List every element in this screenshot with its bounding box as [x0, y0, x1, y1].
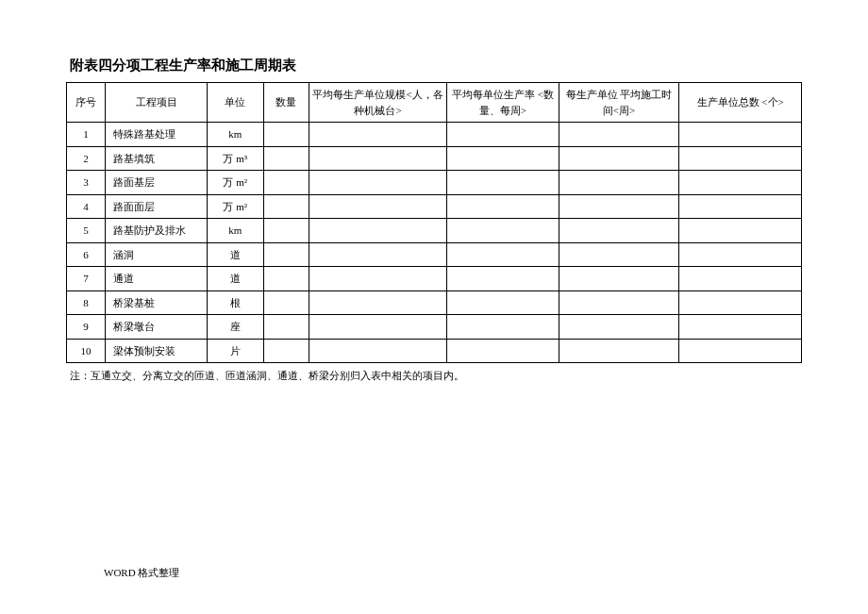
cell-project: 桥梁基桩	[106, 290, 208, 315]
cell-seq: 4	[67, 194, 106, 219]
cell-rate	[446, 290, 559, 315]
table-row: 6涵洞道	[67, 242, 802, 267]
table-row: 2路基填筑万 m³	[67, 146, 802, 171]
cell-qty	[263, 219, 309, 243]
cell-rate	[446, 194, 559, 219]
cell-unit: 万 m²	[208, 171, 263, 195]
cell-qty	[263, 171, 309, 195]
cell-qty	[263, 339, 309, 363]
cell-total	[679, 315, 802, 340]
production-cycle-table: 序号 工程项目 单位 数量 平均每生产单位规模<人，各种机械台> 平均每单位生产…	[66, 82, 802, 363]
cell-rate	[446, 123, 559, 147]
cell-rate	[446, 171, 559, 195]
cell-time	[559, 315, 678, 340]
cell-qty	[263, 315, 309, 340]
table-row: 7通道道	[67, 267, 802, 291]
cell-seq: 1	[67, 123, 106, 147]
page-footer: WORD 格式整理	[104, 566, 179, 580]
cell-unit: 座	[208, 315, 263, 340]
cell-project: 路面基层	[106, 171, 208, 195]
cell-total	[679, 339, 802, 363]
cell-qty	[263, 242, 309, 267]
cell-time	[559, 146, 678, 171]
cell-project: 桥梁墩台	[106, 315, 208, 340]
cell-seq: 10	[67, 339, 106, 363]
cell-project: 特殊路基处理	[106, 123, 208, 147]
table-row: 8桥梁基桩根	[67, 290, 802, 315]
cell-seq: 9	[67, 315, 106, 340]
table-row: 9桥梁墩台座	[67, 315, 802, 340]
cell-time	[559, 242, 678, 267]
cell-scale	[309, 146, 447, 171]
header-qty: 数量	[263, 83, 309, 123]
cell-project: 涵洞	[106, 242, 208, 267]
cell-project: 路基防护及排水	[106, 219, 208, 243]
table-body: 1特殊路基处理km2路基填筑万 m³3路面基层万 m²4路面面层万 m²5路基防…	[67, 123, 802, 363]
cell-time	[559, 194, 678, 219]
cell-qty	[263, 123, 309, 147]
cell-seq: 5	[67, 219, 106, 243]
cell-total	[679, 123, 802, 147]
header-time: 每生产单位 平均施工时间<周>	[559, 83, 678, 123]
cell-project: 通道	[106, 267, 208, 291]
cell-scale	[309, 219, 447, 243]
cell-scale	[309, 267, 447, 291]
cell-unit: 万 m²	[208, 194, 263, 219]
cell-time	[559, 171, 678, 195]
cell-time	[559, 123, 678, 147]
table-header-row: 序号 工程项目 单位 数量 平均每生产单位规模<人，各种机械台> 平均每单位生产…	[67, 83, 802, 123]
cell-seq: 2	[67, 146, 106, 171]
cell-rate	[446, 219, 559, 243]
cell-scale	[309, 123, 447, 147]
header-total: 生产单位总数 <个>	[679, 83, 802, 123]
cell-total	[679, 194, 802, 219]
cell-scale	[309, 315, 447, 340]
table-row: 1特殊路基处理km	[67, 123, 802, 147]
header-project: 工程项目	[106, 83, 208, 123]
cell-unit: 道	[208, 242, 263, 267]
cell-scale	[309, 339, 447, 363]
cell-seq: 6	[67, 242, 106, 267]
cell-rate	[446, 315, 559, 340]
cell-time	[559, 267, 678, 291]
cell-scale	[309, 194, 447, 219]
cell-total	[679, 171, 802, 195]
cell-unit: 万 m³	[208, 146, 263, 171]
table-row: 10梁体预制安装片	[67, 339, 802, 363]
cell-time	[559, 339, 678, 363]
cell-scale	[309, 171, 447, 195]
cell-seq: 8	[67, 290, 106, 315]
cell-qty	[263, 267, 309, 291]
cell-total	[679, 267, 802, 291]
table-note: 注：互通立交、分离立交的匝道、匝道涵洞、通道、桥梁分别归入表中相关的项目内。	[70, 369, 802, 383]
cell-total	[679, 146, 802, 171]
cell-project: 路基填筑	[106, 146, 208, 171]
cell-total	[679, 290, 802, 315]
cell-unit: 根	[208, 290, 263, 315]
cell-total	[679, 219, 802, 243]
document-title: 附表四分项工程生产率和施工周期表	[70, 57, 802, 75]
header-scale: 平均每生产单位规模<人，各种机械台>	[309, 83, 447, 123]
cell-rate	[446, 146, 559, 171]
cell-seq: 7	[67, 267, 106, 291]
cell-total	[679, 242, 802, 267]
cell-project: 路面面层	[106, 194, 208, 219]
header-seq: 序号	[67, 83, 106, 123]
document-container: 附表四分项工程生产率和施工周期表 序号 工程项目 单位 数量 平均每生产单位规模…	[0, 0, 868, 383]
header-rate: 平均每单位生产率 <数量、每周>	[446, 83, 559, 123]
cell-rate	[446, 339, 559, 363]
cell-qty	[263, 194, 309, 219]
cell-unit: km	[208, 219, 263, 243]
cell-unit: 道	[208, 267, 263, 291]
cell-scale	[309, 290, 447, 315]
cell-time	[559, 290, 678, 315]
cell-time	[559, 219, 678, 243]
cell-rate	[446, 267, 559, 291]
cell-qty	[263, 290, 309, 315]
cell-project: 梁体预制安装	[106, 339, 208, 363]
cell-seq: 3	[67, 171, 106, 195]
cell-unit: 片	[208, 339, 263, 363]
cell-unit: km	[208, 123, 263, 147]
table-row: 4路面面层万 m²	[67, 194, 802, 219]
cell-qty	[263, 146, 309, 171]
